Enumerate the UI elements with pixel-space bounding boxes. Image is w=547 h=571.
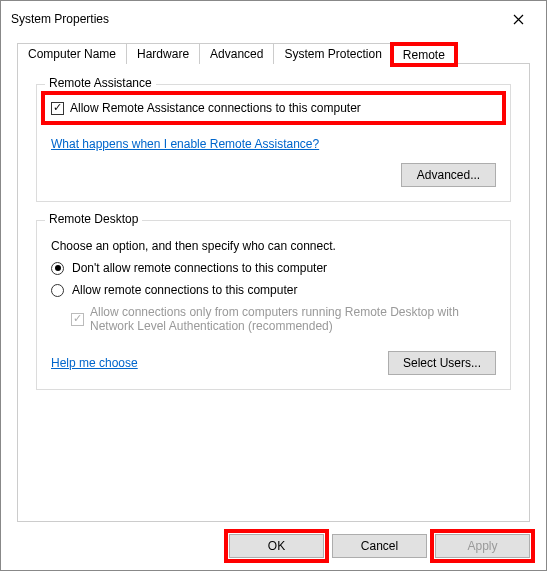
remote-assistance-group-label: Remote Assistance	[45, 76, 156, 90]
nla-checkbox	[71, 313, 84, 326]
radio-allow[interactable]	[51, 284, 64, 297]
remote-desktop-group: Remote Desktop Choose an option, and the…	[36, 220, 511, 390]
radio-allow-label: Allow remote connections to this compute…	[72, 283, 297, 297]
radio-dont-allow-label: Don't allow remote connections to this c…	[72, 261, 327, 275]
system-properties-dialog: System Properties Computer Name Hardware…	[0, 0, 547, 571]
allow-remote-assistance-checkbox[interactable]	[51, 102, 64, 115]
tab-strip: Computer Name Hardware Advanced System P…	[17, 43, 530, 64]
help-me-choose-link[interactable]: Help me choose	[51, 356, 138, 370]
radio-allow-row: Allow remote connections to this compute…	[51, 283, 496, 297]
radio-dont-allow-row: Don't allow remote connections to this c…	[51, 261, 496, 275]
titlebar: System Properties	[1, 1, 546, 37]
tab-remote[interactable]: Remote	[392, 44, 456, 65]
apply-button[interactable]: Apply	[435, 534, 530, 558]
radio-dont-allow[interactable]	[51, 262, 64, 275]
tab-advanced[interactable]: Advanced	[199, 43, 274, 64]
nla-label: Allow connections only from computers ru…	[90, 305, 496, 333]
tab-hardware[interactable]: Hardware	[126, 43, 200, 64]
remote-desktop-desc: Choose an option, and then specify who c…	[51, 239, 496, 253]
remote-assistance-group: Remote Assistance Allow Remote Assistanc…	[36, 84, 511, 202]
close-button[interactable]	[498, 7, 538, 31]
nla-row: Allow connections only from computers ru…	[71, 305, 496, 333]
close-icon	[513, 14, 524, 25]
ok-button[interactable]: OK	[229, 534, 324, 558]
select-users-button[interactable]: Select Users...	[388, 351, 496, 375]
remote-assistance-help-link[interactable]: What happens when I enable Remote Assist…	[51, 137, 319, 151]
tab-computer-name[interactable]: Computer Name	[17, 43, 127, 64]
tab-body-remote: Remote Assistance Allow Remote Assistanc…	[17, 63, 530, 522]
allow-remote-assistance-label: Allow Remote Assistance connections to t…	[70, 101, 361, 115]
dialog-title: System Properties	[11, 12, 109, 26]
cancel-button[interactable]: Cancel	[332, 534, 427, 558]
remote-desktop-group-label: Remote Desktop	[45, 212, 142, 226]
dialog-button-row: OK Cancel Apply	[1, 522, 546, 570]
tab-system-protection[interactable]: System Protection	[273, 43, 392, 64]
allow-remote-assistance-row: Allow Remote Assistance connections to t…	[51, 101, 496, 115]
advanced-button[interactable]: Advanced...	[401, 163, 496, 187]
